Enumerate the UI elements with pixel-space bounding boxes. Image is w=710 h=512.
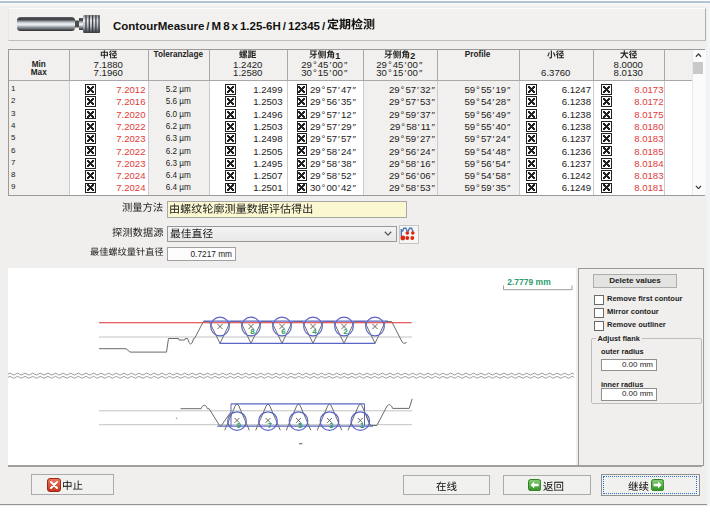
svg-text:2.7779 mm: 2.7779 mm [507, 277, 551, 287]
svg-text:4: 4 [312, 327, 317, 336]
svg-text:9: 9 [237, 421, 242, 430]
svg-text:3: 3 [329, 421, 334, 430]
svg-text:6: 6 [281, 327, 286, 336]
svg-text:5: 5 [298, 421, 303, 430]
svg-text:2: 2 [343, 327, 348, 336]
svg-text:1: 1 [360, 421, 365, 430]
svg-text:8: 8 [250, 327, 255, 336]
svg-text:7: 7 [268, 421, 273, 430]
